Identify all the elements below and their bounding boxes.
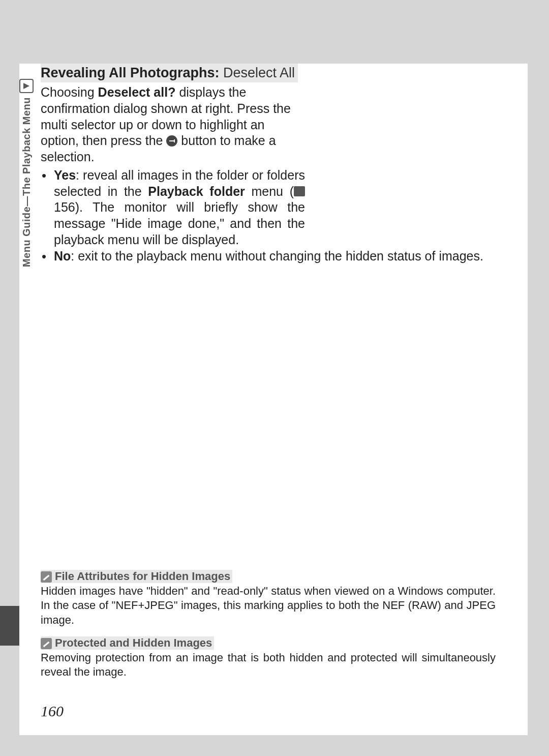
heading-light: Deselect All (223, 65, 295, 80)
option-text: : exit to the playback menu without chan… (71, 249, 483, 263)
note-body: Removing protection from an image that i… (41, 651, 496, 679)
enter-button-icon (166, 135, 177, 147)
option-label: Yes (54, 168, 76, 182)
section-vertical-label: Menu Guide—The Playback Menu (19, 97, 34, 311)
list-item-no: No: exit to the playback menu without ch… (41, 248, 493, 265)
heading-bold: Revealing All Photographs: (41, 65, 223, 80)
option-text: menu ( (245, 184, 294, 198)
section-heading: Revealing All Photographs: Deselect All (41, 64, 298, 82)
page-ref-number: 156 (54, 200, 75, 214)
option-list: Yes: reveal all images in the folder or … (41, 167, 517, 265)
svg-marker-0 (23, 83, 29, 89)
playback-icon (19, 79, 34, 93)
note-protected-hidden: Protected and Hidden Images Removing pro… (41, 636, 517, 679)
note-body: Hidden images have "hidden" and "read-on… (41, 584, 496, 627)
note-title-text: Protected and Hidden Images (55, 636, 212, 649)
page-number: 160 (41, 703, 64, 720)
option-text: ). The monitor will briefly show the mes… (54, 200, 305, 247)
option-label: No (54, 249, 71, 263)
edge-thumb-tab (0, 606, 19, 646)
note-title: File Attributes for Hidden Images (41, 570, 232, 583)
option-bold: Playback folder (148, 184, 245, 198)
note-icon (41, 638, 52, 649)
note-title-text: File Attributes for Hidden Images (55, 570, 230, 583)
intro-text: Choosing (41, 85, 98, 99)
list-item-yes: Yes: reveal all images in the folder or … (41, 167, 305, 248)
page-ref-icon (294, 186, 305, 196)
note-file-attributes: File Attributes for Hidden Images Hidden… (41, 570, 517, 627)
intro-bold: Deselect all? (98, 85, 176, 99)
manual-page: Menu Guide—The Playback Menu Revealing A… (19, 64, 528, 735)
note-title: Protected and Hidden Images (41, 636, 214, 650)
footnotes: File Attributes for Hidden Images Hidden… (41, 570, 517, 688)
intro-paragraph: Choosing Deselect all? displays the conf… (41, 84, 305, 165)
main-content: Revealing All Photographs: Deselect All … (41, 64, 517, 264)
note-icon (41, 571, 52, 583)
